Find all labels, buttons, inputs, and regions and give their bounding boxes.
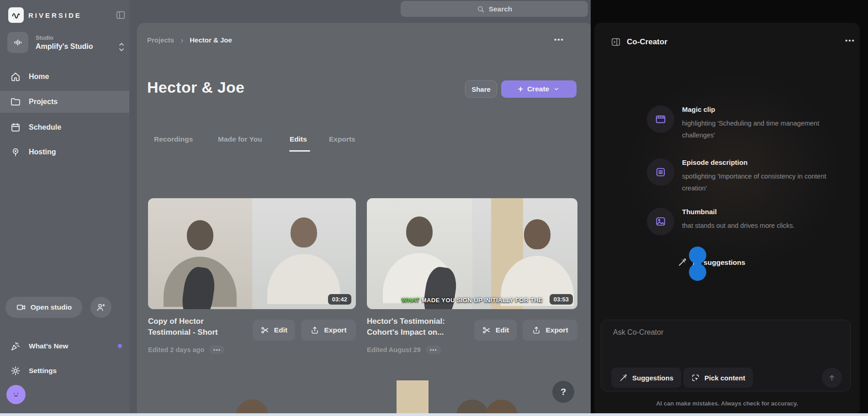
sidebar-collapse-icon[interactable] — [116, 10, 126, 20]
ask-cocreator-card: Suggestions Pick content — [601, 320, 851, 391]
suggestion-description: highlighting 'Scheduling and time manage… — [682, 117, 833, 141]
scissors-icon — [482, 326, 491, 335]
breadcrumb: Projects › Hector & Joe — [147, 36, 232, 44]
video-thumbnail-partial[interactable] — [367, 380, 577, 416]
suggestion-description: spotlighting 'Importance of consistency … — [682, 170, 833, 194]
image-icon — [647, 208, 674, 235]
video-thumbnail[interactable]: 03:42 — [148, 198, 356, 309]
clip-title[interactable]: Copy of Hector Testimonial - Short — [148, 316, 246, 338]
sidebar-item-label: Home — [29, 73, 49, 81]
cocreator-title: Co-Creator — [627, 37, 667, 47]
edit-button[interactable]: Edit — [253, 320, 295, 341]
whats-new-label: What's New — [29, 342, 68, 350]
user-avatar[interactable] — [6, 385, 26, 404]
active-tab-underline — [289, 150, 310, 152]
video-thumbnail[interactable]: WHAT MADE YOU SIGN UP INITIALLY FOR THE … — [367, 198, 577, 309]
studio-switcher-chevron-icon[interactable] — [118, 42, 125, 52]
cocreator-menu-kebab-icon[interactable]: ••• — [845, 37, 855, 44]
help-button[interactable]: ? — [552, 381, 574, 403]
ask-cocreator-input[interactable] — [612, 327, 833, 356]
tab-recordings[interactable]: Recordings — [154, 135, 193, 143]
search-placeholder: Search — [489, 5, 513, 13]
tab-edits[interactable]: Edits — [290, 135, 307, 143]
edit-button[interactable]: Edit — [474, 320, 517, 341]
panel-collapse-icon[interactable] — [611, 37, 621, 47]
clip-menu-kebab-icon[interactable]: ••• — [210, 346, 224, 354]
clip-menu-kebab-icon[interactable]: ••• — [426, 346, 441, 354]
pick-content-button[interactable]: Pick content — [683, 368, 753, 388]
document-icon — [647, 158, 674, 186]
edited-timestamp: Edited 2 days ago — [148, 346, 204, 353]
speaker-left — [148, 198, 252, 309]
speaker-right — [472, 198, 578, 309]
open-studio-label: Open studio — [31, 303, 72, 311]
suggestion-title: Magic clip — [682, 105, 842, 113]
suggestion-title: Thumbnail — [682, 208, 842, 216]
sidebar-item-hosting[interactable]: Hosting — [0, 141, 129, 163]
chevron-down-icon — [553, 86, 560, 92]
caption-text: MADE YOU SIGN UP INITIALLY FOR THE — [420, 297, 543, 304]
export-label: Export — [324, 326, 346, 334]
suggestion-title: Episode description — [682, 158, 842, 166]
studio-name[interactable]: Amplify's Studio — [36, 42, 93, 51]
clip-title[interactable]: Hector's Testimonial: Cohort's Impact on… — [367, 316, 465, 338]
sidebar-item-schedule[interactable]: Schedule — [0, 116, 129, 138]
edit-label: Edit — [274, 326, 287, 334]
tab-exports[interactable]: Exports — [329, 135, 355, 143]
studio-label: Studio — [36, 35, 53, 41]
whats-new-notification-dot — [118, 344, 122, 348]
duration-badge: 03:53 — [550, 294, 573, 305]
chevron-right-icon: › — [180, 37, 183, 43]
settings-button[interactable]: Settings — [0, 361, 129, 381]
invite-member-button[interactable] — [90, 297, 111, 318]
sidebar-item-home[interactable]: Home — [0, 66, 129, 88]
calendar-icon — [10, 122, 21, 133]
edited-timestamp: Edited August 29 — [367, 346, 421, 353]
clapperboard-icon — [647, 105, 674, 133]
app-window: RIVERSIDE Studio Amplify's Studio Home P… — [0, 0, 868, 416]
export-button[interactable]: Export — [523, 320, 577, 341]
party-popper-icon — [10, 341, 21, 352]
studio-avatar-icon[interactable] — [7, 32, 28, 53]
whats-new-button[interactable]: What's New — [0, 336, 129, 356]
pick-content-button-label: Pick content — [704, 374, 745, 382]
send-button[interactable] — [822, 368, 842, 388]
speaker-right — [252, 198, 356, 309]
smiley-face-icon — [10, 389, 22, 400]
page-title: Hector & Joe — [147, 79, 244, 96]
person-add-icon — [96, 302, 106, 312]
gear-icon — [10, 365, 21, 376]
export-button[interactable]: Export — [301, 320, 356, 341]
window-edge — [0, 413, 868, 416]
tab-made-for-you[interactable]: Made for You — [218, 135, 262, 143]
settings-label: Settings — [29, 367, 57, 375]
suggestions-button[interactable]: Suggestions — [611, 368, 681, 388]
magic-wand-icon — [619, 374, 628, 382]
magic-wand-icon — [677, 258, 687, 267]
clip-meta-row: Edited 2 days ago ••• — [148, 346, 224, 354]
share-button[interactable]: Share — [465, 80, 497, 98]
folder-icon — [10, 96, 21, 107]
video-camera-icon — [16, 302, 26, 312]
duration-badge: 03:42 — [328, 294, 351, 305]
all-suggestions-button[interactable]: All suggestions — [677, 258, 745, 267]
project-menu-kebab-icon[interactable]: ••• — [554, 36, 564, 43]
sidebar: RIVERSIDE Studio Amplify's Studio Home P… — [0, 0, 129, 416]
breadcrumb-projects-link[interactable]: Projects — [147, 36, 174, 44]
create-label: Create — [527, 85, 549, 93]
create-button[interactable]: + Create — [501, 80, 577, 98]
arrow-up-icon — [827, 373, 836, 382]
riverside-logo-icon[interactable] — [8, 7, 24, 23]
subtitle-caption: WHAT MADE YOU SIGN UP INITIALLY FOR THE — [367, 297, 577, 304]
search-input[interactable]: Search — [401, 1, 588, 17]
sidebar-item-projects[interactable]: Projects — [0, 91, 129, 113]
video-thumbnail-partial[interactable] — [148, 380, 356, 416]
suggestion-description: that stands out and drives more clicks. — [682, 220, 833, 232]
clip-meta-row: Edited August 29 ••• — [367, 346, 441, 354]
open-studio-button[interactable]: Open studio — [5, 297, 82, 318]
edit-label: Edit — [496, 326, 509, 334]
podcast-icon — [10, 147, 21, 158]
export-icon — [310, 326, 319, 335]
plus-icon: + — [518, 84, 523, 94]
speaker-left — [367, 198, 472, 309]
